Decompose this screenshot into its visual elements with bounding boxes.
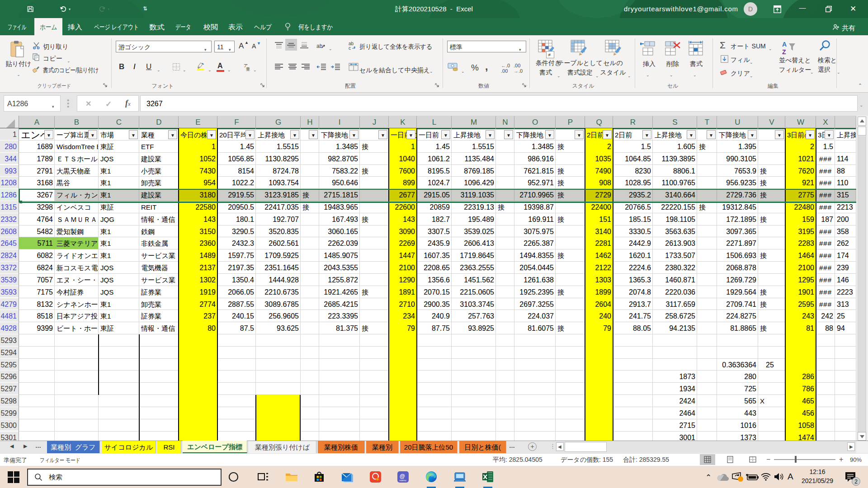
svg-text:ab: ab: [316, 43, 323, 49]
svg-text:≠: ≠: [548, 52, 551, 57]
svg-text:@: @: [400, 473, 405, 479]
svg-text:c: c: [349, 46, 351, 51]
svg-text:亜: 亜: [246, 67, 250, 71]
svg-text:menu: menu: [400, 479, 406, 482]
